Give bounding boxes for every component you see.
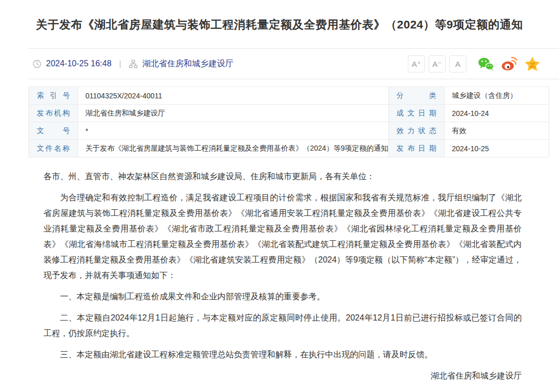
info-label-doc-title: 文件名称: [29, 140, 78, 157]
table-row: 索引号 01104325X/2024-40011 分类 城乡建设（含住房）: [29, 87, 549, 105]
item-1-paragraph: 一、本定额是编制工程造价成果文件和企业内部管理及核算的重要参考。: [43, 289, 522, 304]
info-value-doc-number: *: [78, 122, 389, 140]
info-label-index-number: 索引号: [29, 87, 78, 105]
font-increase-button[interactable]: A⁺: [408, 55, 425, 72]
meta-separator: |: [119, 60, 121, 68]
info-label-issuing-agency: 发布机构: [29, 105, 78, 122]
document-info-table: 索引号 01104325X/2024-40011 分类 城乡建设（含住房） 发布…: [28, 86, 549, 157]
info-value-publish-date: 2024-10-25: [445, 140, 549, 157]
info-label-written-date: 成文日期: [389, 105, 445, 122]
organization-icon: [129, 60, 138, 68]
salutation-paragraph: 各市、州、直管市、神农架林区自然资源和城乡建设局、住房和城市更新局，各有关单位：: [43, 169, 522, 184]
signature-date: 2024年10月24日: [43, 389, 522, 392]
info-label-category: 分类: [389, 87, 445, 105]
info-label-publish-date: 发布日期: [389, 140, 445, 157]
article-body: 各市、州、直管市、神农架林区自然资源和城乡建设局、住房和城市更新局，各有关单位：…: [43, 169, 522, 392]
info-label-validity-status: 效力状态: [389, 122, 445, 140]
notice-page: 关于发布《湖北省房屋建筑与装饰工程消耗量定额及全费用基价表》（2024）等9项定…: [0, 0, 559, 392]
table-row: 发布机构 湖北省住房和城乡建设厅 成文日期 2024-10-24: [29, 105, 549, 122]
item-2-paragraph: 二、本定额自2024年12月1日起施行，与本定额对应的原定额同时停止使用。202…: [43, 310, 522, 341]
meta-left: 2024-10-25 16:48 | 湖北省住房和城乡建设厅: [33, 59, 233, 69]
meta-tools: A⁺ A⁻ A: [404, 55, 540, 72]
info-value-issuing-agency: 湖北省住房和城乡建设厅: [78, 105, 389, 122]
meta-divider: [28, 79, 559, 79]
info-label-doc-number: 文号: [29, 122, 78, 140]
info-value-written-date: 2024-10-24: [445, 105, 549, 122]
info-value-category: 城乡建设（含住房）: [445, 87, 549, 105]
intro-paragraph: 为合理确定和有效控制工程造价，满足我省建设工程项目的计价需求，根据国家和我省有关…: [43, 190, 522, 283]
info-value-doc-title: 关于发布《湖北省房屋建筑与装饰工程消耗量定额及全费用基价表》（2024）等9项定…: [78, 140, 389, 157]
item-3-paragraph: 三、本定额由湖北省建设工程标准定额管理总站负责管理和解释，在执行中出现的问题，请…: [43, 347, 522, 362]
publish-datetime: 2024-10-25 16:48: [46, 59, 111, 68]
info-value-validity-status: 有效: [445, 122, 549, 140]
signature-department: 湖北省住房和城乡建设厅: [43, 368, 522, 384]
meta-bar: 2024-10-25 16:48 | 湖北省住房和城乡建设厅 A⁺ A⁻ A: [0, 49, 559, 79]
table-row: 文件名称 关于发布《湖北省房屋建筑与装饰工程消耗量定额及全费用基价表》（2024…: [29, 140, 549, 157]
table-row: 文号 * 效力状态 有效: [29, 122, 549, 140]
info-value-index-number: 01104325X/2024-40011: [78, 87, 389, 105]
page-title: 关于发布《湖北省房屋建筑与装饰工程消耗量定额及全费用基价表》（2024）等9项定…: [0, 0, 559, 48]
source-department-link[interactable]: 湖北省住房和城乡建设厅: [142, 59, 233, 69]
qzone-share-icon[interactable]: [524, 56, 540, 72]
weibo-share-icon[interactable]: [501, 56, 517, 72]
font-reset-button[interactable]: A: [449, 55, 466, 72]
font-decrease-button[interactable]: A⁻: [429, 55, 446, 72]
clock-icon: [33, 60, 41, 68]
wechat-share-icon[interactable]: [478, 56, 494, 72]
